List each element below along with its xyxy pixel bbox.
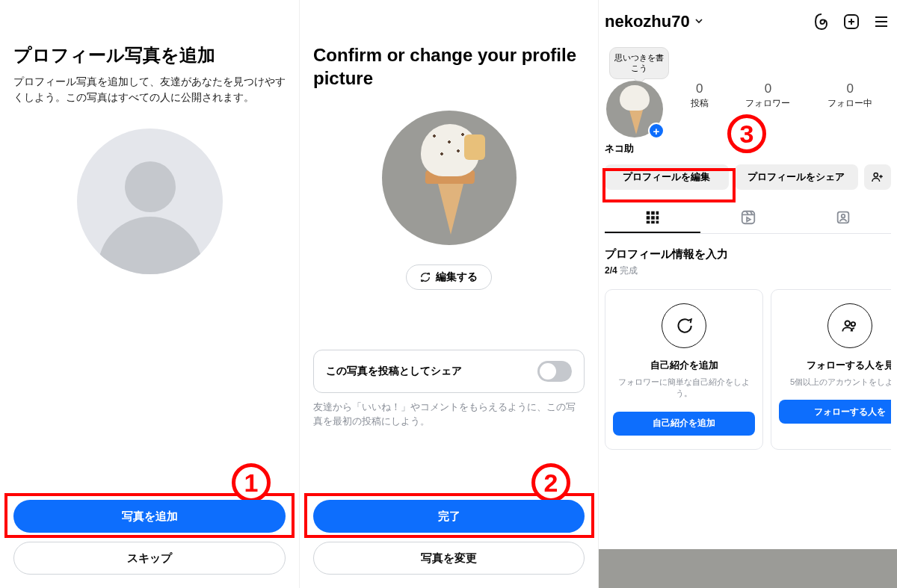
profile-tabs [605,203,891,234]
share-as-post-row: この写真を投稿としてシェア [313,350,585,393]
stat-posts[interactable]: 0 投稿 [691,81,709,110]
svg-point-15 [851,322,855,326]
menu-icon[interactable] [872,12,891,31]
username-switcher[interactable]: nekozhu70 [605,12,705,31]
share-as-post-toggle[interactable] [537,361,572,382]
svg-rect-4 [656,211,659,215]
add-photo-title: プロフィール写真を追加 [13,43,286,67]
edit-photo-button[interactable]: 編集する [406,264,492,290]
svg-rect-11 [742,211,754,224]
profile-header: nekozhu70 [605,12,891,31]
tagged-icon [835,209,851,226]
nav-avatar [853,559,872,578]
discover-people-button[interactable] [864,164,891,190]
svg-rect-9 [651,221,655,224]
card-find-people-button[interactable]: フォローする人を [779,400,891,424]
pane-profile: nekozhu70 思いつきを書こう [598,0,897,588]
chevron-down-icon [693,12,705,31]
card-add-bio: 自己紹介を追加 フォロワーに簡単な自己紹介をしよう。 自己紹介を追加 [605,289,763,450]
tab-reels[interactable] [700,203,796,233]
avatar-placeholder [77,129,223,274]
card-add-bio-desc: フォロワーに簡単な自己紹介をしよう。 [613,377,755,400]
annotation-callout-1: 1 [232,463,271,502]
add-story-icon[interactable]: + [648,123,665,139]
confirm-photo-title: Confirm or change your profile picture [313,43,585,90]
nav-profile[interactable] [852,558,873,579]
share-profile-button[interactable]: プロフィールをシェア [735,164,859,190]
svg-rect-3 [651,211,655,215]
card-find-people-title: フォローする人を見 [779,359,891,372]
svg-rect-5 [647,216,650,220]
tab-tagged[interactable] [795,203,891,233]
svg-point-14 [845,321,851,327]
svg-rect-7 [656,216,659,220]
bottom-nav [599,549,897,588]
reels-icon [740,209,756,226]
svg-point-13 [842,214,845,218]
svg-rect-2 [647,211,650,215]
svg-point-1 [874,173,878,176]
card-add-bio-title: 自己紹介を追加 [613,359,755,372]
card-find-people: フォローする人を見 5個以上のアカウントをしよう。 フォローする人を [771,289,891,450]
share-as-post-label: この写真を投稿としてシェア [326,365,462,378]
skip-button[interactable]: スキップ [13,542,286,575]
card-find-people-desc: 5個以上のアカウントをしよう。 [779,377,891,388]
add-person-icon [871,170,884,184]
pane-confirm-photo: Confirm or change your profile picture 編… [299,0,598,588]
add-photo-button[interactable]: 写真を追加 [13,500,286,533]
svg-rect-8 [647,221,650,224]
annotation-callout-2: 2 [531,463,570,502]
stat-followers[interactable]: 0 フォロワー [745,81,790,110]
grid-icon [644,209,661,226]
annotation-callout-3: 3 [727,114,766,153]
edit-photo-label: 編集する [436,270,478,284]
people-icon [840,316,860,335]
add-photo-description: プロフィール写真を追加して、友達があなたを見つけやすくしよう。この写真はすべての… [13,75,286,106]
chat-icon [674,316,694,335]
stat-following[interactable]: 0 フォロー中 [827,81,872,110]
tab-grid[interactable] [605,203,700,233]
username: nekozhu70 [605,12,690,31]
profile-photo-preview [382,111,517,245]
share-as-post-help: 友達から「いいね！」やコメントをもらえるように、この写真を最初の投稿にしよう。 [313,400,585,429]
complete-profile-progress: 2/4 完成 [605,264,891,277]
change-photo-button[interactable]: 写真を変更 [313,542,585,575]
svg-rect-6 [651,216,655,220]
card-add-bio-button[interactable]: 自己紹介を追加 [613,412,755,436]
create-icon[interactable] [842,12,861,31]
done-button[interactable]: 完了 [313,500,585,533]
threads-icon[interactable] [812,12,831,31]
annotation-box-3 [602,168,736,202]
pane-add-photo: プロフィール写真を追加 プロフィール写真を追加して、友達があなたを見つけやすくし… [0,0,299,588]
complete-profile-title: プロフィール情報を入力 [605,247,891,261]
reload-icon [420,272,431,282]
svg-rect-10 [656,221,659,224]
complete-profile-cards[interactable]: 自己紹介を追加 フォロワーに簡単な自己紹介をしよう。 自己紹介を追加 フォローす… [605,289,891,450]
